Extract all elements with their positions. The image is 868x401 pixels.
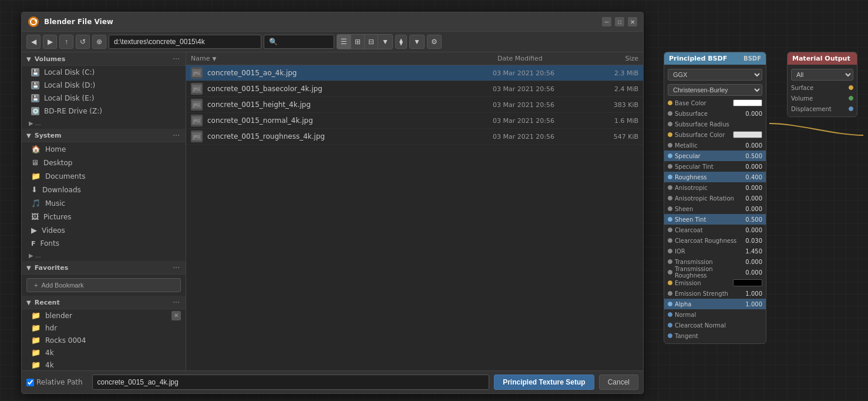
folder-blender-icon: 📁 bbox=[31, 311, 41, 320]
sidebar-system-header[interactable]: ▼ System ⋯ bbox=[22, 129, 186, 142]
add-bookmark-button[interactable]: + Add Bookmark bbox=[26, 278, 181, 292]
node-row-specular[interactable]: Specular 0.500 bbox=[664, 151, 766, 161]
file-item-normal[interactable]: JPG concrete_0015_normal_4k.jpg 03 Mar 2… bbox=[186, 113, 643, 129]
forward-button[interactable]: ▶ bbox=[43, 35, 57, 49]
sidebar-item-local-d[interactable]: 💾 Local Disk (D:) bbox=[22, 79, 186, 92]
svg-text:JPG: JPG bbox=[193, 87, 200, 92]
recent-item-blender[interactable]: 📁 blender ✕ bbox=[22, 309, 186, 322]
close-button[interactable]: ✕ bbox=[628, 17, 637, 26]
node-row-sheen-tint[interactable]: Sheen Tint 0.500 bbox=[664, 214, 766, 225]
socket-output-surface bbox=[849, 85, 853, 90]
column-date-header[interactable]: Date Modified bbox=[497, 55, 591, 62]
emission-color-swatch[interactable] bbox=[733, 279, 762, 286]
sidebar-item-desktop[interactable]: 🖥 Desktop bbox=[22, 156, 186, 169]
refresh-button[interactable]: ↺ bbox=[76, 35, 90, 49]
path-input[interactable] bbox=[109, 35, 261, 49]
sidebar-item-bd-re[interactable]: 💿 BD-RE Drive (Z:) bbox=[22, 105, 186, 118]
sidebar-item-local-c[interactable]: 💾 Local Disk (C:) bbox=[22, 66, 186, 79]
sidebar-item-downloads[interactable]: ⬇ Downloads bbox=[22, 183, 186, 196]
search-input[interactable] bbox=[264, 35, 334, 49]
recent-item-4k-2[interactable]: 📁 4k bbox=[22, 359, 186, 370]
node-output-row-volume[interactable]: Volume bbox=[788, 93, 857, 103]
file-item-roughness[interactable]: JPG concrete_0015_roughness_4k.jpg 03 Ma… bbox=[186, 129, 643, 145]
node-row-tangent[interactable]: Tangent bbox=[664, 330, 766, 341]
node-row-sheen[interactable]: Sheen 0.000 bbox=[664, 203, 766, 214]
view-list-button[interactable]: ☰ bbox=[337, 35, 351, 49]
back-button[interactable]: ◀ bbox=[26, 35, 41, 49]
node-row-subsurface[interactable]: Subsurface 0.000 bbox=[664, 108, 766, 119]
minimize-button[interactable]: ─ bbox=[602, 17, 611, 26]
sidebar-item-home[interactable]: 🏠 Home bbox=[22, 142, 186, 156]
recent-item-4k-1[interactable]: 📁 4k bbox=[22, 346, 186, 359]
up-directory-button[interactable]: ↑ bbox=[59, 35, 73, 49]
system-expand-btn[interactable]: ⋯ bbox=[171, 131, 181, 139]
sidebar-item-fonts[interactable]: F Fonts bbox=[22, 237, 186, 250]
view-options-button[interactable]: ▼ bbox=[378, 35, 392, 49]
node-row-anisotropic-rotation[interactable]: Anisotropic Rotation 0.000 bbox=[664, 193, 766, 203]
bookmark-path-button[interactable]: ⊕ bbox=[92, 35, 106, 49]
view-tile-button[interactable]: ⊟ bbox=[365, 35, 378, 49]
sidebar-favorites-header[interactable]: ▼ Favorites ⋯ bbox=[22, 261, 186, 275]
node-row-anisotropic[interactable]: Anisotropic 0.000 bbox=[664, 182, 766, 193]
node-row-transmission-roughness[interactable]: Transmission Roughness 0.000 bbox=[664, 267, 766, 278]
sidebar-item-documents[interactable]: 📁 Documents bbox=[22, 169, 186, 183]
file-item-height[interactable]: JPG concrete_0015_height_4k.jpg 03 Mar 2… bbox=[186, 97, 643, 113]
node-row-clearcoat-roughness[interactable]: Clearcoat Roughness 0.030 bbox=[664, 235, 766, 246]
column-name-header[interactable]: Name ▼ bbox=[191, 55, 497, 62]
recent-item-rocks[interactable]: 📁 Rocks 0004 bbox=[22, 334, 186, 346]
sidebar-recent-header[interactable]: ▼ Recent ⋯ bbox=[22, 296, 186, 309]
sidebar-item-volumes-more[interactable]: ▶ … bbox=[22, 118, 186, 129]
base-color-swatch[interactable] bbox=[733, 99, 762, 106]
node-row-subsurface-color[interactable]: Subsurface Color bbox=[664, 129, 766, 140]
svg-point-2 bbox=[35, 19, 37, 22]
node-material-output-header[interactable]: Material Output bbox=[788, 52, 857, 65]
subsurface-color-swatch[interactable] bbox=[733, 131, 762, 138]
view-grid-button[interactable]: ⊞ bbox=[351, 35, 365, 49]
node-output-row-displacement[interactable]: Displacement bbox=[788, 103, 857, 114]
filename-input[interactable] bbox=[92, 375, 490, 390]
filter-options-button[interactable]: ▼ bbox=[409, 35, 425, 49]
file-list[interactable]: JPG concrete_0015_ao_4k.jpg 03 Mar 2021 … bbox=[186, 65, 643, 370]
relative-path-checkbox[interactable] bbox=[26, 379, 34, 386]
node-row-subsurface-radius[interactable]: Subsurface Radius bbox=[664, 119, 766, 129]
favorites-expand-btn[interactable]: ⋯ bbox=[171, 263, 181, 272]
filter-button[interactable]: ⧫ bbox=[395, 35, 407, 49]
sidebar-item-music[interactable]: 🎵 Music bbox=[22, 196, 186, 210]
sidebar-item-videos[interactable]: ▶ Videos bbox=[22, 223, 186, 237]
material-output-select[interactable]: All bbox=[791, 69, 853, 81]
node-row-ior[interactable]: IOR 1.450 bbox=[664, 246, 766, 256]
distribution-select-2[interactable]: Christensen-Burley bbox=[668, 84, 762, 96]
recent-close-blender-button[interactable]: ✕ bbox=[171, 311, 181, 320]
videos-icon: ▶ bbox=[31, 226, 37, 235]
recent-item-hdr[interactable]: 📁 hdr bbox=[22, 322, 186, 334]
sidebar-item-local-e[interactable]: 💾 Local Disk (E:) bbox=[22, 92, 186, 105]
node-principled-header[interactable]: Principled BSDF BSDF bbox=[664, 52, 766, 65]
node-row-clearcoat[interactable]: Clearcoat 0.000 bbox=[664, 225, 766, 235]
node-row-base-color[interactable]: Base Color bbox=[664, 98, 766, 108]
distribution-select-1[interactable]: GGX bbox=[668, 69, 762, 81]
socket-ior bbox=[668, 249, 672, 253]
node-row-roughness[interactable]: Roughness 0.400 bbox=[664, 172, 766, 182]
node-row-clearcoat-normal[interactable]: Clearcoat Normal bbox=[664, 320, 766, 330]
node-row-emission-strength[interactable]: Emission Strength 1.000 bbox=[664, 288, 766, 299]
node-row-specular-tint[interactable]: Specular Tint 0.000 bbox=[664, 161, 766, 172]
maximize-button[interactable]: □ bbox=[615, 17, 624, 26]
sidebar-item-system-more[interactable]: ▶ … bbox=[22, 250, 186, 261]
node-row-metallic[interactable]: Metallic 0.000 bbox=[664, 140, 766, 151]
recent-expand-btn[interactable]: ⋯ bbox=[171, 298, 181, 306]
window-controls: ─ □ ✕ bbox=[602, 17, 637, 26]
node-row-alpha[interactable]: Alpha 1.000 bbox=[664, 299, 766, 309]
sidebar-volumes-header[interactable]: ▼ Volumes ⋯ bbox=[22, 52, 186, 66]
node-output-row-surface[interactable]: Surface bbox=[788, 82, 857, 93]
node-row-emission[interactable]: Emission bbox=[664, 278, 766, 288]
file-item-basecolor[interactable]: JPG concrete_0015_basecolor_4k.jpg 03 Ma… bbox=[186, 81, 643, 97]
cancel-button[interactable]: Cancel bbox=[599, 375, 638, 390]
file-item-ao[interactable]: JPG concrete_0015_ao_4k.jpg 03 Mar 2021 … bbox=[186, 65, 643, 81]
volumes-expand-btn[interactable]: ⋯ bbox=[171, 55, 181, 63]
node-row-normal[interactable]: Normal bbox=[664, 309, 766, 320]
file-thumb-ao: JPG bbox=[191, 67, 203, 79]
principled-texture-setup-button[interactable]: Principled Texture Setup bbox=[494, 375, 594, 390]
settings-button[interactable]: ⚙ bbox=[427, 35, 442, 49]
column-size-header[interactable]: Size bbox=[591, 55, 638, 62]
sidebar-item-pictures[interactable]: 🖼 Pictures bbox=[22, 210, 186, 223]
